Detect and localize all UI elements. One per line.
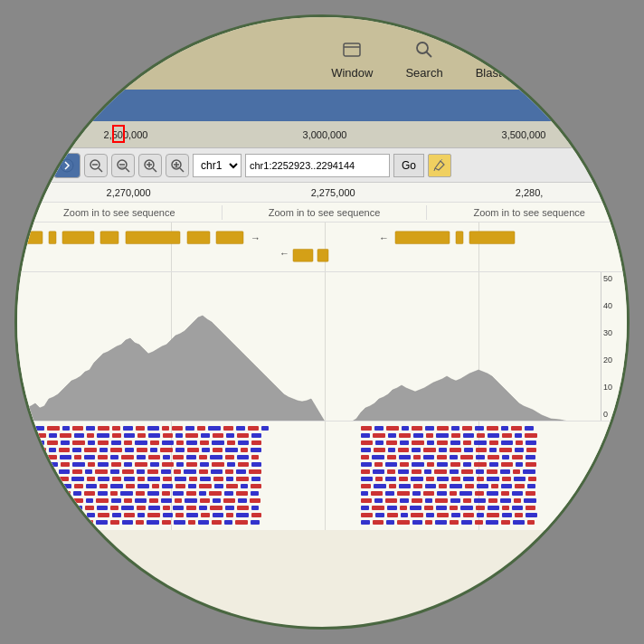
toolbar-blast[interactable]: Blast [469,33,509,83]
svg-rect-327 [199,484,212,488]
go-button[interactable]: Go [393,154,424,177]
svg-rect-78 [487,426,498,431]
svg-rect-37 [126,232,180,244]
svg-rect-462 [236,513,249,517]
svg-rect-166 [251,448,261,452]
svg-rect-184 [60,455,71,459]
svg-rect-371 [437,491,447,496]
svg-rect-372 [450,491,457,496]
forward-button[interactable] [53,153,80,178]
back-button[interactable] [23,153,50,178]
svg-rect-391 [175,498,182,503]
fine-pos-1: 2,270,000 [107,187,151,198]
svg-rect-360 [199,491,206,496]
svg-rect-249 [48,469,56,474]
svg-rect-387 [124,498,132,503]
svg-rect-193 [173,455,184,459]
svg-rect-365 [361,491,368,496]
svg-rect-459 [201,513,210,517]
coordinate-input[interactable] [245,154,390,177]
svg-rect-338 [439,484,447,488]
svg-rect-242 [474,462,487,467]
svg-rect-231 [238,462,249,467]
toolbar-search[interactable]: Search [398,33,450,83]
svg-rect-200 [361,455,369,459]
svg-rect-192 [163,455,170,459]
coverage-track: 50 40 30 20 10 0 [17,272,630,421]
svg-rect-314 [34,484,47,488]
svg-rect-189 [121,455,134,459]
svg-rect-243 [489,462,498,467]
zoom-in-large-button[interactable] [166,154,189,177]
svg-rect-144 [489,440,498,445]
svg-rect-246 [526,462,536,467]
svg-rect-326 [188,484,196,488]
svg-rect-81 [525,426,534,431]
svg-rect-410 [514,498,521,503]
toolbar-extract[interactable]: Extract [527,33,578,83]
pencil-button[interactable] [428,154,451,177]
svg-rect-284 [71,477,84,481]
svg-rect-202 [387,455,396,459]
svg-rect-123 [124,440,132,445]
svg-rect-208 [460,455,473,459]
svg-rect-169 [388,448,395,452]
svg-rect-93 [163,433,173,438]
fine-scale-bar: 2,270,000 2,275,000 2,280, [17,183,630,203]
svg-rect-239 [437,462,448,467]
scale-40: 40 [603,301,630,310]
svg-rect-500 [397,520,410,525]
extract-icon [540,37,565,62]
svg-rect-389 [149,498,158,503]
svg-rect-44 [469,232,515,244]
svg-rect-330 [241,484,248,488]
gene-features-svg: → ← ← [17,223,630,271]
svg-rect-142 [463,440,471,445]
svg-rect-349 [58,491,71,496]
svg-rect-429 [237,506,249,510]
svg-rect-172 [423,448,436,452]
svg-rect-228 [200,462,209,467]
zoom-out-large-button[interactable] [84,154,108,177]
svg-rect-181 [22,455,30,459]
zoom-in-button[interactable] [138,154,162,177]
svg-rect-266 [361,469,370,474]
svg-rect-177 [489,448,497,452]
svg-rect-195 [199,455,207,459]
seq-notice-3: Zoom in to see sequence [427,205,630,220]
svg-rect-196 [210,455,223,459]
coverage-svg [17,272,601,421]
svg-rect-237 [412,462,424,467]
svg-rect-493 [212,520,222,525]
svg-rect-61 [185,426,194,431]
svg-rect-334 [389,484,396,488]
svg-rect-199 [251,455,259,459]
svg-rect-362 [224,491,233,496]
chromosome-select[interactable]: chr1 [193,154,242,177]
svg-rect-498 [373,520,384,525]
svg-rect-118 [61,440,70,445]
svg-rect-311 [514,477,526,481]
svg-rect-227 [186,462,197,467]
svg-rect-240 [450,462,460,467]
svg-rect-48 [22,426,33,431]
svg-rect-464 [361,513,373,517]
svg-rect-57 [136,426,145,431]
svg-rect-224 [150,462,159,467]
svg-rect-116 [36,440,44,445]
svg-rect-117 [47,440,58,445]
svg-rect-98 [226,433,234,438]
svg-rect-463 [251,513,261,517]
svg-rect-272 [434,469,447,474]
svg-rect-382 [61,498,70,503]
svg-rect-439 [460,506,473,510]
toolbar-window[interactable]: Window [324,33,380,83]
svg-rect-168 [374,448,385,452]
svg-rect-186 [84,455,95,459]
svg-line-31 [434,168,435,171]
svg-rect-158 [150,448,157,452]
svg-rect-307 [463,477,474,481]
zoom-out-button[interactable] [111,154,135,177]
svg-rect-399 [374,498,383,503]
svg-rect-286 [98,477,109,481]
